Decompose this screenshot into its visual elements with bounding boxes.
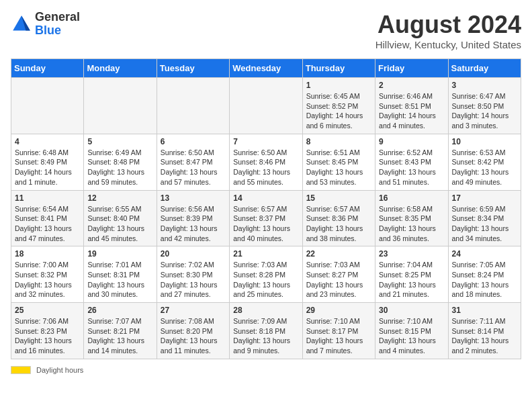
day-number: 13 <box>161 193 226 203</box>
day-info: Sunrise: 6:52 AM Sunset: 8:43 PM Dayligh… <box>379 148 444 187</box>
day-info: Sunrise: 6:49 AM Sunset: 8:48 PM Dayligh… <box>87 148 152 187</box>
day-info: Sunrise: 6:51 AM Sunset: 8:45 PM Dayligh… <box>306 148 371 187</box>
daylight-bar-icon <box>11 366 31 374</box>
day-number: 31 <box>452 306 517 315</box>
day-info: Sunrise: 7:02 AM Sunset: 8:30 PM Dayligh… <box>161 260 226 300</box>
calendar-day-header: Sunday <box>11 59 84 78</box>
calendar-day-cell: 7Sunrise: 6:50 AM Sunset: 8:46 PM Daylig… <box>230 134 302 190</box>
logo-icon <box>11 13 32 35</box>
day-number: 18 <box>15 249 80 259</box>
day-number: 1 <box>306 81 371 90</box>
logo-blue-text: Blue <box>35 24 80 38</box>
day-number: 11 <box>15 193 80 203</box>
calendar-day-cell: 10Sunrise: 6:53 AM Sunset: 8:42 PM Dayli… <box>448 134 521 190</box>
calendar-day-cell: 14Sunrise: 6:57 AM Sunset: 8:37 PM Dayli… <box>230 190 302 246</box>
day-number: 10 <box>452 137 517 146</box>
calendar-day-cell: 20Sunrise: 7:02 AM Sunset: 8:30 PM Dayli… <box>157 246 229 303</box>
day-info: Sunrise: 7:05 AM Sunset: 8:24 PM Dayligh… <box>452 260 517 300</box>
day-number: 24 <box>452 249 517 259</box>
calendar-day-cell: 8Sunrise: 6:51 AM Sunset: 8:45 PM Daylig… <box>302 134 375 190</box>
calendar-day-cell: 1Sunrise: 6:45 AM Sunset: 8:52 PM Daylig… <box>302 78 375 134</box>
day-info: Sunrise: 6:47 AM Sunset: 8:50 PM Dayligh… <box>452 91 517 131</box>
day-number: 5 <box>87 137 152 146</box>
day-info: Sunrise: 7:01 AM Sunset: 8:31 PM Dayligh… <box>87 260 152 300</box>
calendar-day-cell <box>230 78 302 134</box>
calendar-table: SundayMondayTuesdayWednesdayThursdayFrid… <box>11 58 521 359</box>
day-number: 27 <box>161 306 226 315</box>
calendar-day-header: Saturday <box>448 59 521 78</box>
calendar-day-cell: 18Sunrise: 7:00 AM Sunset: 8:32 PM Dayli… <box>11 246 84 303</box>
day-info: Sunrise: 6:56 AM Sunset: 8:39 PM Dayligh… <box>161 204 226 244</box>
day-number: 20 <box>161 249 226 259</box>
calendar-day-header: Wednesday <box>230 59 302 78</box>
day-number: 6 <box>161 137 226 146</box>
day-info: Sunrise: 6:50 AM Sunset: 8:47 PM Dayligh… <box>161 148 226 187</box>
day-number: 19 <box>87 249 152 259</box>
calendar-day-cell: 21Sunrise: 7:03 AM Sunset: 8:28 PM Dayli… <box>230 246 302 303</box>
calendar-day-cell: 30Sunrise: 7:10 AM Sunset: 8:15 PM Dayli… <box>375 303 448 359</box>
calendar-week-row: 11Sunrise: 6:54 AM Sunset: 8:41 PM Dayli… <box>11 190 521 246</box>
page-header: General Blue August 2024 Hillview, Kentu… <box>11 11 521 50</box>
calendar-day-cell: 16Sunrise: 6:58 AM Sunset: 8:35 PM Dayli… <box>375 190 448 246</box>
month-year-title: August 2024 <box>375 11 521 39</box>
day-number: 26 <box>87 306 152 315</box>
calendar-day-header: Friday <box>375 59 448 78</box>
calendar-week-row: 4Sunrise: 6:48 AM Sunset: 8:49 PM Daylig… <box>11 134 521 190</box>
calendar-week-row: 25Sunrise: 7:06 AM Sunset: 8:23 PM Dayli… <box>11 303 521 359</box>
calendar-day-header: Thursday <box>302 59 375 78</box>
day-info: Sunrise: 6:58 AM Sunset: 8:35 PM Dayligh… <box>379 204 444 244</box>
calendar-day-cell <box>84 78 157 134</box>
day-info: Sunrise: 7:10 AM Sunset: 8:17 PM Dayligh… <box>306 316 371 356</box>
day-info: Sunrise: 7:06 AM Sunset: 8:23 PM Dayligh… <box>15 316 80 356</box>
day-number: 4 <box>15 137 80 146</box>
day-info: Sunrise: 7:03 AM Sunset: 8:27 PM Dayligh… <box>306 260 371 300</box>
day-info: Sunrise: 6:54 AM Sunset: 8:41 PM Dayligh… <box>15 204 80 244</box>
calendar-day-cell: 19Sunrise: 7:01 AM Sunset: 8:31 PM Dayli… <box>84 246 157 303</box>
location-text: Hillview, Kentucky, United States <box>375 39 521 50</box>
calendar-week-row: 18Sunrise: 7:00 AM Sunset: 8:32 PM Dayli… <box>11 246 521 303</box>
day-info: Sunrise: 6:53 AM Sunset: 8:42 PM Dayligh… <box>452 148 517 187</box>
calendar-day-cell: 25Sunrise: 7:06 AM Sunset: 8:23 PM Dayli… <box>11 303 84 359</box>
calendar-day-cell: 9Sunrise: 6:52 AM Sunset: 8:43 PM Daylig… <box>375 134 448 190</box>
calendar-day-cell: 26Sunrise: 7:07 AM Sunset: 8:21 PM Dayli… <box>84 303 157 359</box>
calendar-day-header: Monday <box>84 59 157 78</box>
day-info: Sunrise: 6:46 AM Sunset: 8:51 PM Dayligh… <box>379 91 444 131</box>
calendar-day-cell: 12Sunrise: 6:55 AM Sunset: 8:40 PM Dayli… <box>84 190 157 246</box>
calendar-footer: Daylight hours <box>11 366 521 374</box>
logo-general-text: General <box>35 11 80 24</box>
day-info: Sunrise: 6:55 AM Sunset: 8:40 PM Dayligh… <box>87 204 152 244</box>
day-info: Sunrise: 7:11 AM Sunset: 8:14 PM Dayligh… <box>452 316 517 356</box>
logo: General Blue <box>11 11 80 38</box>
day-info: Sunrise: 7:09 AM Sunset: 8:18 PM Dayligh… <box>233 316 298 356</box>
calendar-day-cell: 28Sunrise: 7:09 AM Sunset: 8:18 PM Dayli… <box>230 303 302 359</box>
day-number: 3 <box>452 81 517 90</box>
calendar-day-cell: 4Sunrise: 6:48 AM Sunset: 8:49 PM Daylig… <box>11 134 84 190</box>
day-number: 23 <box>379 249 444 259</box>
calendar-day-header: Tuesday <box>157 59 229 78</box>
calendar-day-cell: 3Sunrise: 6:47 AM Sunset: 8:50 PM Daylig… <box>448 78 521 134</box>
day-number: 7 <box>233 137 298 146</box>
calendar-day-cell <box>11 78 84 134</box>
day-number: 25 <box>15 306 80 315</box>
day-info: Sunrise: 7:00 AM Sunset: 8:32 PM Dayligh… <box>15 260 80 300</box>
calendar-day-cell: 23Sunrise: 7:04 AM Sunset: 8:25 PM Dayli… <box>375 246 448 303</box>
day-info: Sunrise: 7:03 AM Sunset: 8:28 PM Dayligh… <box>233 260 298 300</box>
day-info: Sunrise: 6:50 AM Sunset: 8:46 PM Dayligh… <box>233 148 298 187</box>
day-number: 17 <box>452 193 517 203</box>
calendar-day-cell: 24Sunrise: 7:05 AM Sunset: 8:24 PM Dayli… <box>448 246 521 303</box>
day-number: 16 <box>379 193 444 203</box>
calendar-day-cell: 2Sunrise: 6:46 AM Sunset: 8:51 PM Daylig… <box>375 78 448 134</box>
calendar-day-cell: 6Sunrise: 6:50 AM Sunset: 8:47 PM Daylig… <box>157 134 229 190</box>
day-number: 14 <box>233 193 298 203</box>
day-number: 15 <box>306 193 371 203</box>
calendar-day-cell <box>157 78 229 134</box>
day-info: Sunrise: 6:45 AM Sunset: 8:52 PM Dayligh… <box>306 91 371 131</box>
day-info: Sunrise: 7:07 AM Sunset: 8:21 PM Dayligh… <box>87 316 152 356</box>
day-info: Sunrise: 7:04 AM Sunset: 8:25 PM Dayligh… <box>379 260 444 300</box>
day-number: 12 <box>87 193 152 203</box>
calendar-day-cell: 15Sunrise: 6:57 AM Sunset: 8:36 PM Dayli… <box>302 190 375 246</box>
calendar-header-row: SundayMondayTuesdayWednesdayThursdayFrid… <box>11 59 521 78</box>
day-number: 8 <box>306 137 371 146</box>
day-info: Sunrise: 6:57 AM Sunset: 8:37 PM Dayligh… <box>233 204 298 244</box>
calendar-day-cell: 27Sunrise: 7:08 AM Sunset: 8:20 PM Dayli… <box>157 303 229 359</box>
